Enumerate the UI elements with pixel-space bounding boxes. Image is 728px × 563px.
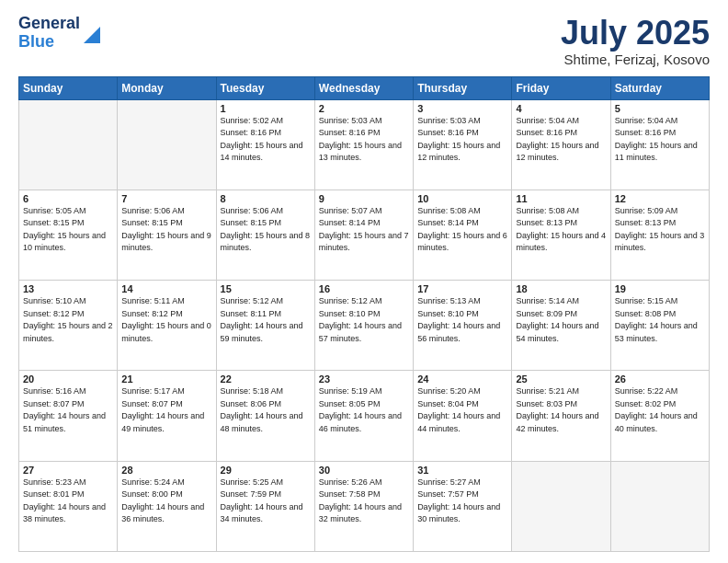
calendar-cell: 1Sunrise: 5:02 AMSunset: 8:16 PMDaylight… <box>216 99 314 190</box>
day-number: 26 <box>615 373 705 385</box>
day-detail: Sunrise: 5:22 AMSunset: 8:02 PMDaylight:… <box>615 385 705 435</box>
day-number: 27 <box>23 465 113 476</box>
day-detail: Sunrise: 5:07 AMSunset: 8:14 PMDaylight:… <box>319 205 409 255</box>
day-number: 22 <box>221 373 311 385</box>
day-detail: Sunrise: 5:11 AMSunset: 8:12 PMDaylight:… <box>121 295 211 345</box>
day-detail: Sunrise: 5:19 AMSunset: 8:05 PMDaylight:… <box>319 385 409 435</box>
weekday-header-monday: Monday <box>118 76 216 99</box>
calendar-cell: 28Sunrise: 5:24 AMSunset: 8:00 PMDayligh… <box>118 461 216 551</box>
day-number: 21 <box>121 373 211 385</box>
day-number: 25 <box>516 373 606 385</box>
week-row-2: 6Sunrise: 5:05 AMSunset: 8:15 PMDaylight… <box>19 190 710 280</box>
calendar-cell: 4Sunrise: 5:04 AMSunset: 8:16 PMDaylight… <box>512 99 610 190</box>
day-detail: Sunrise: 5:23 AMSunset: 8:01 PMDaylight:… <box>23 477 113 526</box>
calendar-cell: 21Sunrise: 5:17 AMSunset: 8:07 PMDayligh… <box>118 371 216 461</box>
calendar-table: SundayMondayTuesdayWednesdayThursdayFrid… <box>18 76 710 552</box>
week-row-4: 20Sunrise: 5:16 AMSunset: 8:07 PMDayligh… <box>19 371 710 461</box>
calendar-cell: 17Sunrise: 5:13 AMSunset: 8:10 PMDayligh… <box>414 281 512 371</box>
weekday-header-friday: Friday <box>512 76 610 99</box>
day-number: 1 <box>221 103 311 114</box>
calendar-cell: 15Sunrise: 5:12 AMSunset: 8:11 PMDayligh… <box>216 281 314 371</box>
page: General Blue July 2025 Shtime, Ferizaj, … <box>0 0 728 563</box>
day-detail: Sunrise: 5:24 AMSunset: 8:00 PMDaylight:… <box>121 477 211 526</box>
day-number: 13 <box>23 283 113 294</box>
svg-marker-0 <box>84 27 100 43</box>
calendar-cell <box>512 461 610 551</box>
calendar-cell: 26Sunrise: 5:22 AMSunset: 8:02 PMDayligh… <box>610 371 709 461</box>
day-detail: Sunrise: 5:05 AMSunset: 8:15 PMDaylight:… <box>23 205 113 255</box>
day-number: 20 <box>23 373 113 385</box>
calendar-cell: 16Sunrise: 5:12 AMSunset: 8:10 PMDayligh… <box>314 281 413 371</box>
day-number: 17 <box>417 283 507 294</box>
day-number: 30 <box>319 465 409 476</box>
day-detail: Sunrise: 5:27 AMSunset: 7:57 PMDaylight:… <box>417 477 507 526</box>
logo-text: General Blue <box>18 15 80 52</box>
title-block: July 2025 Shtime, Ferizaj, Kosovo <box>561 15 710 67</box>
day-number: 24 <box>417 373 507 385</box>
day-detail: Sunrise: 5:09 AMSunset: 8:13 PMDaylight:… <box>615 205 705 255</box>
header: General Blue July 2025 Shtime, Ferizaj, … <box>18 15 710 67</box>
weekday-header-sunday: Sunday <box>19 76 118 99</box>
day-detail: Sunrise: 5:02 AMSunset: 8:16 PMDaylight:… <box>221 115 311 165</box>
month-title: July 2025 <box>561 15 710 52</box>
day-number: 5 <box>615 103 705 114</box>
day-detail: Sunrise: 5:18 AMSunset: 8:06 PMDaylight:… <box>221 385 311 435</box>
day-detail: Sunrise: 5:08 AMSunset: 8:13 PMDaylight:… <box>516 205 606 255</box>
weekday-header-row: SundayMondayTuesdayWednesdayThursdayFrid… <box>19 76 710 99</box>
day-number: 8 <box>221 193 311 204</box>
calendar-cell: 6Sunrise: 5:05 AMSunset: 8:15 PMDaylight… <box>19 190 118 280</box>
calendar-cell: 7Sunrise: 5:06 AMSunset: 8:15 PMDaylight… <box>118 190 216 280</box>
logo-blue: Blue <box>18 33 80 52</box>
day-detail: Sunrise: 5:17 AMSunset: 8:07 PMDaylight:… <box>121 385 211 435</box>
weekday-header-thursday: Thursday <box>414 76 512 99</box>
weekday-header-tuesday: Tuesday <box>216 76 314 99</box>
day-detail: Sunrise: 5:20 AMSunset: 8:04 PMDaylight:… <box>417 385 507 435</box>
day-detail: Sunrise: 5:03 AMSunset: 8:16 PMDaylight:… <box>319 115 409 165</box>
day-detail: Sunrise: 5:16 AMSunset: 8:07 PMDaylight:… <box>23 385 113 435</box>
day-number: 31 <box>417 465 507 476</box>
day-detail: Sunrise: 5:25 AMSunset: 7:59 PMDaylight:… <box>221 477 311 526</box>
calendar-cell: 19Sunrise: 5:15 AMSunset: 8:08 PMDayligh… <box>610 281 709 371</box>
calendar-cell: 2Sunrise: 5:03 AMSunset: 8:16 PMDaylight… <box>314 99 413 190</box>
calendar-cell: 13Sunrise: 5:10 AMSunset: 8:12 PMDayligh… <box>19 281 118 371</box>
day-detail: Sunrise: 5:06 AMSunset: 8:15 PMDaylight:… <box>121 205 211 255</box>
weekday-header-wednesday: Wednesday <box>314 76 413 99</box>
day-detail: Sunrise: 5:26 AMSunset: 7:58 PMDaylight:… <box>319 477 409 526</box>
day-detail: Sunrise: 5:15 AMSunset: 8:08 PMDaylight:… <box>615 295 705 345</box>
week-row-3: 13Sunrise: 5:10 AMSunset: 8:12 PMDayligh… <box>19 281 710 371</box>
calendar-cell: 23Sunrise: 5:19 AMSunset: 8:05 PMDayligh… <box>314 371 413 461</box>
day-detail: Sunrise: 5:04 AMSunset: 8:16 PMDaylight:… <box>516 115 606 165</box>
day-number: 28 <box>121 465 211 476</box>
day-number: 29 <box>221 465 311 476</box>
calendar-cell: 18Sunrise: 5:14 AMSunset: 8:09 PMDayligh… <box>512 281 610 371</box>
day-number: 12 <box>615 193 705 204</box>
day-number: 9 <box>319 193 409 204</box>
day-detail: Sunrise: 5:10 AMSunset: 8:12 PMDaylight:… <box>23 295 113 345</box>
day-detail: Sunrise: 5:03 AMSunset: 8:16 PMDaylight:… <box>417 115 507 165</box>
calendar-cell <box>118 99 216 190</box>
weekday-header-saturday: Saturday <box>610 76 709 99</box>
day-detail: Sunrise: 5:08 AMSunset: 8:14 PMDaylight:… <box>417 205 507 255</box>
calendar-cell: 30Sunrise: 5:26 AMSunset: 7:58 PMDayligh… <box>314 461 413 551</box>
day-detail: Sunrise: 5:14 AMSunset: 8:09 PMDaylight:… <box>516 295 606 345</box>
week-row-1: 1Sunrise: 5:02 AMSunset: 8:16 PMDaylight… <box>19 99 710 190</box>
calendar-cell: 11Sunrise: 5:08 AMSunset: 8:13 PMDayligh… <box>512 190 610 280</box>
calendar-cell: 22Sunrise: 5:18 AMSunset: 8:06 PMDayligh… <box>216 371 314 461</box>
day-detail: Sunrise: 5:06 AMSunset: 8:15 PMDaylight:… <box>221 205 311 255</box>
day-detail: Sunrise: 5:04 AMSunset: 8:16 PMDaylight:… <box>615 115 705 165</box>
day-number: 19 <box>615 283 705 294</box>
day-number: 23 <box>319 373 409 385</box>
day-number: 6 <box>23 193 113 204</box>
calendar-cell: 10Sunrise: 5:08 AMSunset: 8:14 PMDayligh… <box>414 190 512 280</box>
logo: General Blue <box>18 15 100 52</box>
calendar-cell: 31Sunrise: 5:27 AMSunset: 7:57 PMDayligh… <box>414 461 512 551</box>
day-number: 4 <box>516 103 606 114</box>
day-detail: Sunrise: 5:13 AMSunset: 8:10 PMDaylight:… <box>417 295 507 345</box>
location-subtitle: Shtime, Ferizaj, Kosovo <box>561 52 710 67</box>
day-number: 15 <box>221 283 311 294</box>
calendar-cell: 24Sunrise: 5:20 AMSunset: 8:04 PMDayligh… <box>414 371 512 461</box>
day-number: 14 <box>121 283 211 294</box>
calendar-cell: 14Sunrise: 5:11 AMSunset: 8:12 PMDayligh… <box>118 281 216 371</box>
calendar-cell: 5Sunrise: 5:04 AMSunset: 8:16 PMDaylight… <box>610 99 709 190</box>
calendar-cell: 12Sunrise: 5:09 AMSunset: 8:13 PMDayligh… <box>610 190 709 280</box>
